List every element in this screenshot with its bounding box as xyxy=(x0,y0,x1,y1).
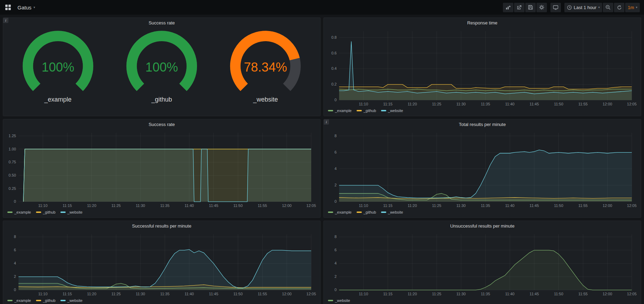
svg-text:11:35: 11:35 xyxy=(160,203,170,208)
panel-title[interactable]: Success rate xyxy=(6,18,317,28)
refresh-button[interactable] xyxy=(614,3,624,12)
series-color-mark xyxy=(328,212,333,213)
series-name: _example xyxy=(335,210,352,214)
svg-text:11:10: 11:10 xyxy=(359,292,368,296)
panel-success-rate-gauges: i Success rate 100% _example 100% _githu… xyxy=(3,17,321,116)
legend-item-website[interactable]: _website xyxy=(60,298,82,303)
svg-text:11:50: 11:50 xyxy=(233,292,243,296)
legend-item-github[interactable]: _github xyxy=(36,298,56,303)
svg-text:0.8: 0.8 xyxy=(331,35,337,39)
svg-text:0: 0 xyxy=(14,199,16,203)
grafana-menu-button[interactable] xyxy=(3,3,13,12)
svg-text:11:40: 11:40 xyxy=(505,203,515,208)
navbar-actions: Last 1 hour ▾ 1m ▾ xyxy=(502,3,640,12)
panel-info-icon[interactable]: i xyxy=(3,18,8,23)
caret-down-icon: ▾ xyxy=(34,6,35,9)
svg-text:11:40: 11:40 xyxy=(185,203,194,208)
svg-text:0.2: 0.2 xyxy=(331,82,337,86)
cycle-view-mode-button[interactable] xyxy=(550,3,561,12)
dashboard-title-dropdown[interactable]: Gatus ▾ xyxy=(15,3,37,12)
svg-text:0: 0 xyxy=(335,288,337,292)
svg-text:11:10: 11:10 xyxy=(359,203,368,208)
series-name: _github xyxy=(364,210,376,214)
success-rate-chart[interactable]: 00.250.500.751.001.2511:1011:1511:2011:2… xyxy=(6,129,317,209)
series-color-mark xyxy=(357,212,362,213)
svg-text:0: 0 xyxy=(335,199,337,203)
legend-item-github[interactable]: _github xyxy=(357,210,376,214)
save-dashboard-button[interactable] xyxy=(525,3,536,12)
svg-text:11:15: 11:15 xyxy=(383,203,393,208)
series-name: _example xyxy=(335,109,352,113)
svg-text:6: 6 xyxy=(335,248,337,252)
legend-item-github[interactable]: _github xyxy=(357,109,376,113)
svg-text:11:55: 11:55 xyxy=(578,203,588,208)
svg-text:11:35: 11:35 xyxy=(481,203,490,208)
series-name: _website xyxy=(388,109,403,113)
svg-text:6: 6 xyxy=(335,150,337,154)
legend-item-website[interactable]: _website xyxy=(381,109,403,113)
panel-unsuccessful-results: Unsuccessful results per minute 0246811:… xyxy=(323,221,641,304)
svg-text:12:05: 12:05 xyxy=(627,292,636,296)
chart-legend: _example_github_website xyxy=(327,209,638,216)
svg-text:11:55: 11:55 xyxy=(578,102,588,106)
series-color-mark xyxy=(381,110,386,111)
response-time-chart[interactable]: 00.20.40.60.811:1011:1511:2011:2511:3011… xyxy=(327,28,638,107)
svg-text:11:50: 11:50 xyxy=(233,203,243,208)
legend-item-website[interactable]: _website xyxy=(60,210,82,214)
chart-legend: _website xyxy=(327,297,638,304)
panel-title[interactable]: Total results per minute xyxy=(327,120,638,129)
svg-text:1.25: 1.25 xyxy=(9,134,16,138)
svg-text:11:50: 11:50 xyxy=(554,102,563,106)
svg-text:11:50: 11:50 xyxy=(554,292,563,296)
time-picker-button[interactable]: Last 1 hour ▾ xyxy=(564,3,602,12)
panel-title[interactable]: Unsuccessful results per minute xyxy=(327,222,638,231)
legend-item-github[interactable]: _github xyxy=(36,210,56,214)
svg-text:6: 6 xyxy=(14,248,16,252)
svg-text:12:05: 12:05 xyxy=(306,203,316,208)
panel-title[interactable]: Successful results per minute xyxy=(6,222,317,231)
svg-text:0: 0 xyxy=(14,288,16,292)
svg-text:11:15: 11:15 xyxy=(383,292,393,296)
series-color-mark xyxy=(328,300,333,301)
legend-item-example[interactable]: _example xyxy=(7,210,31,214)
panel-title[interactable]: Response time xyxy=(327,18,638,28)
svg-text:2: 2 xyxy=(14,274,16,279)
legend-item-example[interactable]: _example xyxy=(328,210,352,214)
zoom-out-button[interactable] xyxy=(603,3,613,12)
svg-text:11:25: 11:25 xyxy=(432,102,441,106)
legend-item-website[interactable]: _website xyxy=(381,210,403,214)
svg-text:11:35: 11:35 xyxy=(481,292,490,296)
series-color-mark xyxy=(7,212,13,213)
legend-item-website[interactable]: _website xyxy=(328,298,350,303)
add-panel-icon xyxy=(505,5,511,10)
gauge-label: _example xyxy=(44,96,72,103)
legend-item-example[interactable]: _example xyxy=(328,109,352,113)
svg-text:11:30: 11:30 xyxy=(456,203,466,208)
series-name: _website xyxy=(67,298,82,303)
series-name: _website xyxy=(67,210,82,214)
legend-item-example[interactable]: _example xyxy=(7,298,31,303)
caret-down-icon: ▾ xyxy=(636,6,637,9)
successful-results-chart[interactable]: 0246811:1011:1511:2011:2511:3011:3511:40… xyxy=(6,231,317,297)
apps-grid-icon xyxy=(5,4,11,10)
svg-text:0.4: 0.4 xyxy=(331,66,337,71)
svg-text:100%: 100% xyxy=(145,60,178,74)
gauge-label: _website xyxy=(253,96,278,103)
panel-title[interactable]: Success rate xyxy=(6,120,317,129)
svg-text:11:10: 11:10 xyxy=(38,203,47,208)
svg-text:11:30: 11:30 xyxy=(456,292,466,296)
panel-success-rate-graph: Success rate 00.250.500.751.001.2511:101… xyxy=(3,119,321,218)
total-results-chart[interactable]: 0246811:1011:1511:2011:2511:3011:3511:40… xyxy=(327,129,638,209)
series-color-mark xyxy=(381,212,386,213)
unsuccessful-results-chart[interactable]: 0246811:1011:1511:2011:2511:3011:3511:40… xyxy=(327,231,638,297)
svg-text:11:45: 11:45 xyxy=(529,203,539,208)
panel-response-time: Response time 00.20.40.60.811:1011:1511:… xyxy=(323,17,641,116)
refresh-interval-dropdown[interactable]: 1m ▾ xyxy=(625,3,640,12)
dashboard-settings-button[interactable] xyxy=(536,3,547,12)
gauge-arc-github: 100% xyxy=(115,28,208,102)
add-panel-button[interactable] xyxy=(503,3,513,12)
panel-successful-results: Successful results per minute 0246811:10… xyxy=(3,221,321,304)
share-dashboard-button[interactable] xyxy=(514,3,525,12)
svg-text:11:50: 11:50 xyxy=(554,203,563,208)
panel-info-icon[interactable]: i xyxy=(324,119,329,125)
